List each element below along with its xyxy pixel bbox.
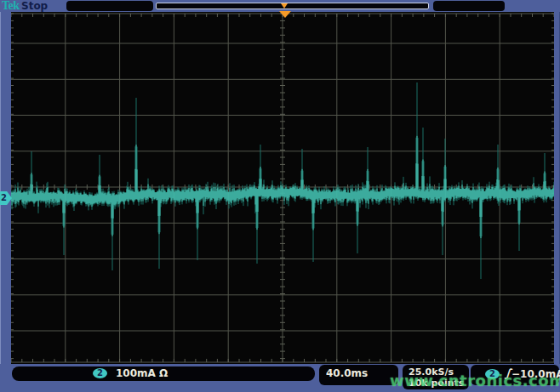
channel-2-badge: 2 xyxy=(93,368,107,378)
channel-2-position-marker-icon: 2 xyxy=(0,191,12,205)
trigger-position-icon xyxy=(281,3,288,9)
timebase-value: 40.0ms xyxy=(326,367,368,379)
top-readout-box-right xyxy=(433,1,505,11)
acquisition-status: Stop xyxy=(21,0,48,12)
top-readout-box-left xyxy=(66,1,153,11)
record-view-bar xyxy=(156,3,429,9)
channel-scale-readout: 2 100mA Ω xyxy=(12,366,315,381)
watermark: www.cntronics.com xyxy=(390,372,560,389)
oscilloscope-screen: Tek Stop 2 2 100mA Ω 40.0ms 25.0kS/s 10k… xyxy=(0,0,560,392)
tek-logo: Tek xyxy=(2,0,20,13)
channel-scale-text: 100mA Ω xyxy=(116,366,168,381)
graticule-and-waveform xyxy=(11,12,554,364)
timebase-readout: 40.0ms xyxy=(319,365,398,385)
top-status-bar: Tek Stop xyxy=(0,0,560,12)
